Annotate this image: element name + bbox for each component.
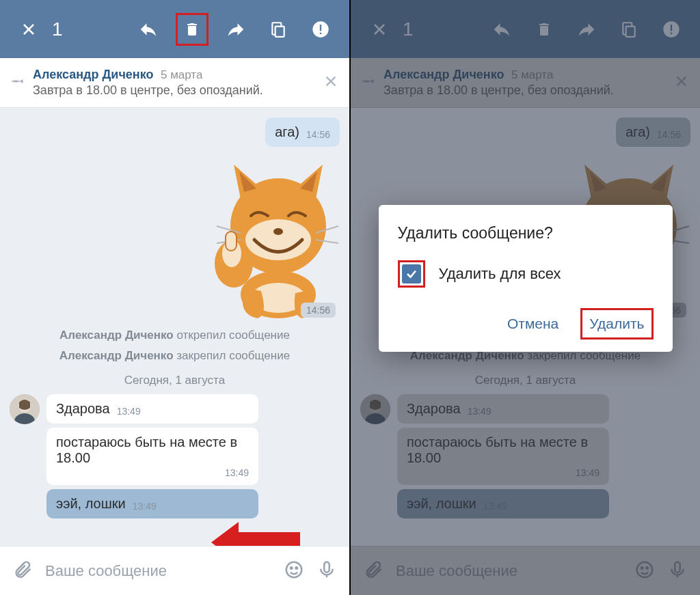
svg-point-12 <box>273 228 283 235</box>
pinned-text: Завтра в 18.00 в центре, без опозданий. <box>33 83 315 98</box>
message-bubble[interactable]: постараюсь быть на месте в 18.00 13:49 <box>46 428 258 485</box>
pinned-content: Александр Диченко 5 марта Завтра в 18.00… <box>33 68 315 98</box>
pinned-author: Александр Диченко <box>33 68 154 81</box>
message-text: Здарова <box>56 401 110 417</box>
chat-body[interactable]: ага) 14:56 <box>0 108 349 590</box>
dialog-title: Удалить сообщение? <box>398 224 654 243</box>
copy-icon[interactable] <box>263 14 293 44</box>
confirm-delete-button[interactable]: Удалить <box>580 308 653 340</box>
pinned-date: 5 марта <box>161 68 202 81</box>
pinned-message[interactable]: Александр Диченко 5 марта Завтра в 18.00… <box>0 58 349 108</box>
screen-right: 1 Александр Диченко 5 марта Завтра в 18.… <box>351 0 700 595</box>
delete-dialog: Удалить сообщение? Удалить для всех Отме… <box>379 205 673 352</box>
message-out[interactable]: ага) 14:56 <box>10 117 340 147</box>
checkbox-highlight <box>398 260 425 288</box>
pin-icon <box>11 74 25 91</box>
close-pinned-icon[interactable] <box>323 72 338 94</box>
incoming-group: Здарова 13:49 постараюсь быть на месте в… <box>10 394 340 518</box>
trash-icon[interactable] <box>176 13 208 46</box>
system-message-unpin: Александр Диченко открепил сообщение <box>10 329 340 342</box>
sticker-time: 14:56 <box>301 303 336 318</box>
message-time: 13:49 <box>56 467 249 478</box>
svg-rect-19 <box>226 232 237 251</box>
svg-point-25 <box>291 567 293 569</box>
selection-count: 1 <box>52 18 63 40</box>
attach-icon[interactable] <box>12 559 33 583</box>
dialog-option-label: Удалить для всех <box>439 265 561 283</box>
cancel-button[interactable]: Отмена <box>500 310 565 337</box>
header-actions <box>133 13 336 46</box>
message-text: ага) <box>275 124 299 140</box>
message-bubble: ага) 14:56 <box>265 117 340 147</box>
reply-icon[interactable] <box>133 14 163 44</box>
screen-left: 1 Александр Диченко 5 марта <box>0 0 349 595</box>
system-message-pin: Александр Диченко закрепил сообщение <box>10 349 340 363</box>
message-input[interactable]: Ваше сообщение <box>45 562 271 580</box>
message-text: постараюсь быть на месте в 18.00 <box>56 434 249 466</box>
mic-icon[interactable] <box>317 559 337 583</box>
svg-rect-27 <box>324 562 329 572</box>
selection-header: 1 <box>0 0 349 58</box>
delete-for-all-checkbox[interactable] <box>402 264 421 283</box>
avatar[interactable] <box>10 394 40 424</box>
close-icon[interactable] <box>14 14 44 44</box>
message-time: 13:49 <box>133 501 157 512</box>
svg-rect-5 <box>320 32 321 33</box>
svg-point-24 <box>286 562 302 577</box>
sticker-message[interactable]: 14:56 <box>10 151 340 322</box>
emoji-icon[interactable] <box>284 559 304 583</box>
date-separator: Сегодня, 1 августа <box>10 374 340 387</box>
cat-sticker <box>203 151 340 322</box>
dialog-option-row[interactable]: Удалить для всех <box>398 260 654 288</box>
message-bubble[interactable]: Здарова 13:49 <box>46 394 258 424</box>
report-icon[interactable] <box>306 14 336 44</box>
message-time: 13:49 <box>117 406 141 417</box>
input-bar: Ваше сообщение <box>0 546 349 595</box>
message-text: ээй, лошки <box>56 496 126 512</box>
dialog-actions: Отмена Удалить <box>398 308 654 340</box>
svg-rect-2 <box>275 26 284 36</box>
svg-rect-4 <box>320 25 321 31</box>
message-bubble-selected[interactable]: ээй, лошки 13:49 <box>46 489 258 518</box>
forward-icon[interactable] <box>221 14 251 44</box>
svg-point-26 <box>296 567 298 569</box>
message-time: 14:56 <box>306 129 330 140</box>
